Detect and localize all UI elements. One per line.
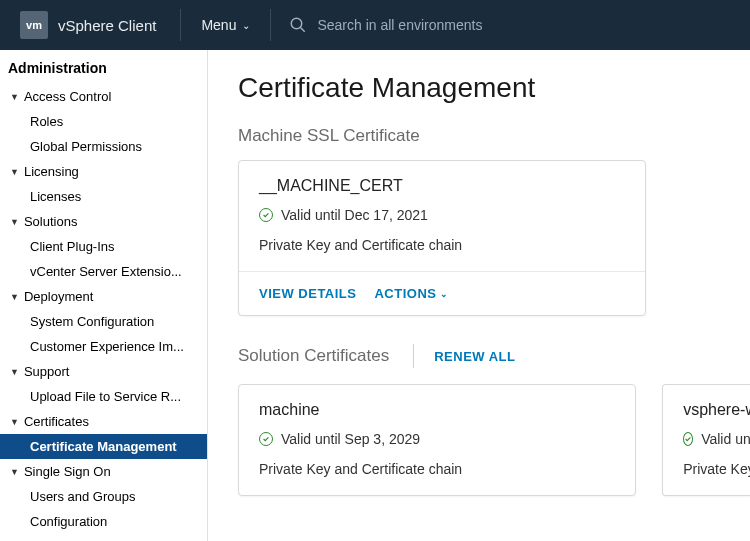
chevron-down-icon: ⌄ <box>440 289 449 299</box>
cert-validity: Valid until Dec 17, 2021 <box>259 207 625 223</box>
sidebar: Administration ▼Access ControlRolesGloba… <box>0 50 208 541</box>
cert-name: __MACHINE_CERT <box>259 177 625 195</box>
vmware-logo: vm <box>20 11 48 39</box>
sidebar-item[interactable]: Users and Groups <box>0 484 207 509</box>
caret-down-icon: ▼ <box>10 167 19 177</box>
global-search[interactable]: Search in all environments <box>271 16 750 34</box>
renew-all-button[interactable]: RENEW ALL <box>434 349 515 364</box>
sidebar-item[interactable]: System Configuration <box>0 309 207 334</box>
chevron-down-icon: ⌄ <box>242 20 250 31</box>
page-title: Certificate Management <box>238 72 750 104</box>
section-machine-ssl: Machine SSL Certificate <box>238 126 750 146</box>
cert-desc: Private Key a <box>683 461 730 477</box>
svg-point-0 <box>292 18 303 29</box>
actions-dropdown[interactable]: ACTIONS ⌄ <box>374 286 449 301</box>
cert-valid-text: Valid until Dec 17, 2021 <box>281 207 428 223</box>
cert-card-solution: vsphere-w Valid unti Private Key a <box>662 384 750 496</box>
sidebar-section-label: Support <box>24 364 70 379</box>
actions-label: ACTIONS <box>374 286 436 301</box>
app-title: vSphere Client <box>58 17 156 34</box>
cert-desc: Private Key and Certificate chain <box>259 461 615 477</box>
sidebar-section-label: Deployment <box>24 289 93 304</box>
sidebar-item[interactable]: Upload File to Service R... <box>0 384 207 409</box>
divider <box>413 344 414 368</box>
sidebar-item[interactable]: Client Plug-Ins <box>0 234 207 259</box>
sidebar-item[interactable]: Certificate Management <box>0 434 207 459</box>
main-content: Certificate Management Machine SSL Certi… <box>208 50 750 541</box>
cert-desc: Private Key and Certificate chain <box>259 237 625 253</box>
cert-name: machine <box>259 401 615 419</box>
caret-down-icon: ▼ <box>10 467 19 477</box>
menu-dropdown[interactable]: Menu ⌄ <box>181 17 270 33</box>
sidebar-section[interactable]: ▼Deployment <box>0 284 207 309</box>
cert-name: vsphere-w <box>683 401 730 419</box>
search-placeholder: Search in all environments <box>317 17 482 33</box>
svg-line-1 <box>301 27 306 32</box>
view-details-button[interactable]: VIEW DETAILS <box>259 286 356 301</box>
caret-down-icon: ▼ <box>10 92 19 102</box>
menu-label: Menu <box>201 17 236 33</box>
sidebar-section[interactable]: ▼Single Sign On <box>0 459 207 484</box>
sidebar-item[interactable]: Roles <box>0 109 207 134</box>
check-circle-icon <box>683 432 693 446</box>
sidebar-item[interactable]: Customer Experience Im... <box>0 334 207 359</box>
sidebar-section-label: Access Control <box>24 89 111 104</box>
topbar: vm vSphere Client Menu ⌄ Search in all e… <box>0 0 750 50</box>
cert-valid-text: Valid unti <box>701 431 750 447</box>
sidebar-section[interactable]: ▼Licensing <box>0 159 207 184</box>
sidebar-title: Administration <box>0 50 207 84</box>
sidebar-section-label: Single Sign On <box>24 464 111 479</box>
caret-down-icon: ▼ <box>10 417 19 427</box>
sidebar-section[interactable]: ▼Support <box>0 359 207 384</box>
sidebar-section-label: Certificates <box>24 414 89 429</box>
section-solution-certs: Solution Certificates <box>238 346 389 366</box>
cert-valid-text: Valid until Sep 3, 2029 <box>281 431 420 447</box>
sidebar-nav: ▼Access ControlRolesGlobal Permissions▼L… <box>0 84 207 534</box>
sidebar-section[interactable]: ▼Certificates <box>0 409 207 434</box>
caret-down-icon: ▼ <box>10 217 19 227</box>
caret-down-icon: ▼ <box>10 367 19 377</box>
sidebar-section[interactable]: ▼Solutions <box>0 209 207 234</box>
search-icon <box>289 16 307 34</box>
sidebar-item[interactable]: Configuration <box>0 509 207 534</box>
check-circle-icon <box>259 432 273 446</box>
cert-card-solution: machine Valid until Sep 3, 2029 Private … <box>238 384 636 496</box>
sidebar-section-label: Licensing <box>24 164 79 179</box>
cert-card-machine-ssl: __MACHINE_CERT Valid until Dec 17, 2021 … <box>238 160 646 316</box>
sidebar-section[interactable]: ▼Access Control <box>0 84 207 109</box>
sidebar-item[interactable]: vCenter Server Extensio... <box>0 259 207 284</box>
sidebar-item[interactable]: Licenses <box>0 184 207 209</box>
sidebar-item[interactable]: Global Permissions <box>0 134 207 159</box>
sidebar-section-label: Solutions <box>24 214 77 229</box>
cert-validity: Valid unti <box>683 431 730 447</box>
caret-down-icon: ▼ <box>10 292 19 302</box>
check-circle-icon <box>259 208 273 222</box>
cert-validity: Valid until Sep 3, 2029 <box>259 431 615 447</box>
